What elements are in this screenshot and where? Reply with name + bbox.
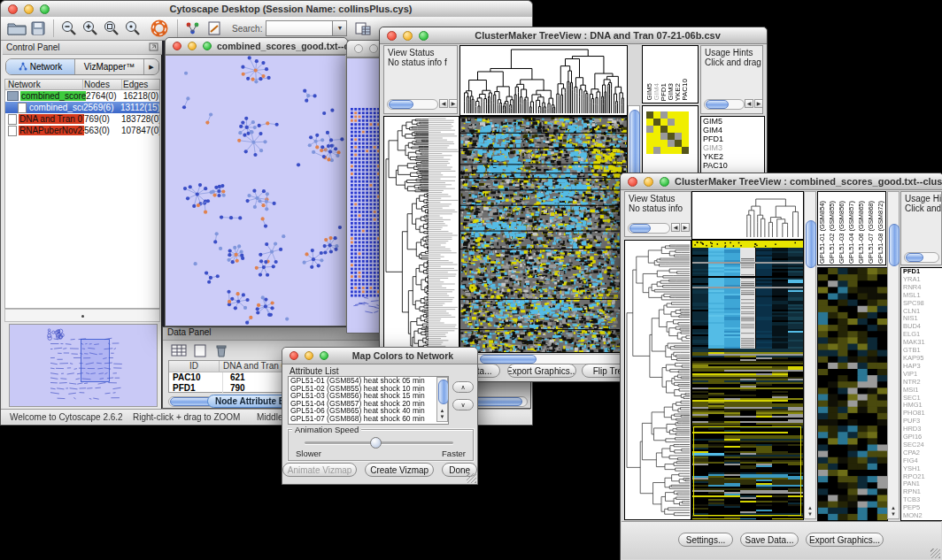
tv1-column-label[interactable]: PAC10 bbox=[682, 79, 689, 101]
tv2-usage-hscrollbar[interactable] bbox=[904, 252, 939, 263]
speed-slider-thumb[interactable] bbox=[370, 437, 382, 449]
tv1-mini-heatmap[interactable] bbox=[646, 111, 689, 154]
tv2-global-heatmap[interactable] bbox=[691, 240, 804, 520]
tv2-column-dendrogram[interactable] bbox=[691, 191, 804, 240]
tv1-row-dendrogram[interactable] bbox=[383, 116, 459, 364]
attribute-listbox[interactable]: GPL51-01 (GSM854) heat shock 05 minGPL51… bbox=[288, 376, 449, 425]
network-view-canvas[interactable] bbox=[166, 55, 345, 326]
mini-heatmap-cell[interactable] bbox=[682, 147, 689, 154]
attribute-item[interactable]: GPL51-03 (GSM856) heat shock 15 min bbox=[289, 392, 436, 400]
mini-heatmap-cell[interactable] bbox=[682, 126, 689, 133]
minimize-button[interactable] bbox=[24, 4, 34, 14]
scroll-thumb[interactable] bbox=[438, 380, 449, 404]
scroll-up-arrow[interactable]: ▲ bbox=[888, 505, 899, 511]
scroll-thumb[interactable] bbox=[906, 253, 923, 262]
import-table-icon[interactable] bbox=[352, 18, 374, 39]
mini-heatmap-cell[interactable] bbox=[646, 126, 653, 133]
create-vizmap-button[interactable]: Create Vizmap bbox=[365, 463, 434, 477]
tab-vizmapper[interactable]: VizMapper™ bbox=[75, 59, 144, 74]
mini-heatmap-cell[interactable] bbox=[668, 147, 675, 154]
close-button[interactable] bbox=[290, 351, 298, 360]
minimize-button[interactable] bbox=[188, 42, 197, 50]
minimize-button[interactable] bbox=[369, 44, 378, 53]
close-button[interactable] bbox=[173, 42, 181, 50]
float-window-icon[interactable] bbox=[149, 42, 158, 53]
mini-heatmap-cell[interactable] bbox=[660, 111, 668, 119]
treeview1-titlebar[interactable]: ClusterMaker TreeView : DNA and Tran 07-… bbox=[380, 27, 767, 44]
scroll-down-arrow[interactable]: ▼ bbox=[805, 511, 815, 518]
tv1-heatmap-canvas[interactable] bbox=[459, 116, 628, 353]
close-button[interactable] bbox=[387, 31, 397, 41]
network-annotation-icon[interactable] bbox=[182, 18, 204, 39]
mini-heatmap-cell[interactable] bbox=[668, 133, 675, 140]
mini-heatmap-cell[interactable] bbox=[675, 147, 682, 154]
zoom-button[interactable] bbox=[40, 4, 50, 14]
scroll-down-arrow[interactable]: ▼ bbox=[437, 414, 447, 420]
zoom-out-icon[interactable] bbox=[58, 18, 80, 39]
scroll-thumb[interactable] bbox=[629, 224, 651, 233]
mini-heatmap-cell[interactable] bbox=[653, 147, 660, 154]
notes-icon[interactable] bbox=[204, 18, 225, 39]
zoom-button[interactable] bbox=[203, 42, 212, 50]
mini-heatmap-cell[interactable] bbox=[660, 126, 668, 133]
attribute-item[interactable]: GPL51-02 (GSM855) heat shock 10 min bbox=[289, 385, 436, 393]
mini-heatmap-cell[interactable] bbox=[660, 119, 668, 126]
mini-heatmap-cell[interactable] bbox=[668, 119, 675, 126]
close-button[interactable] bbox=[8, 4, 18, 14]
search-input[interactable] bbox=[266, 20, 333, 36]
gene-label[interactable]: MON2 bbox=[901, 512, 942, 520]
gene-label[interactable]: PAC10 bbox=[701, 161, 764, 170]
mini-heatmap-cell[interactable] bbox=[646, 140, 653, 147]
attribute-item[interactable]: GPL51-06 (GSM865) heat shock 40 min bbox=[289, 407, 436, 415]
mini-heatmap-cell[interactable] bbox=[653, 111, 660, 119]
zoom-fit-icon[interactable] bbox=[122, 18, 143, 39]
mini-heatmap-cell[interactable] bbox=[675, 140, 682, 147]
mini-heatmap-cell[interactable] bbox=[668, 111, 675, 119]
help-lifering-icon[interactable] bbox=[149, 18, 170, 39]
minimize-button[interactable] bbox=[305, 351, 313, 360]
mini-heatmap-cell[interactable] bbox=[675, 126, 682, 133]
mini-heatmap-cell[interactable] bbox=[660, 133, 668, 140]
zoom-button[interactable] bbox=[320, 351, 328, 360]
splitter-handle[interactable] bbox=[81, 315, 84, 318]
new-attribute-icon[interactable] bbox=[191, 342, 209, 358]
zoom-in-icon[interactable] bbox=[80, 18, 101, 39]
overview-divider[interactable] bbox=[4, 309, 160, 322]
scroll-thumb[interactable] bbox=[389, 100, 413, 109]
scroll-down-arrow[interactable]: ▼ bbox=[888, 511, 899, 518]
minimize-button[interactable] bbox=[644, 177, 653, 187]
move-up-button[interactable]: ∧ bbox=[452, 381, 474, 393]
mini-heatmap-cell[interactable] bbox=[668, 140, 675, 147]
gene-label[interactable]: GIM3 bbox=[701, 143, 764, 152]
attribute-item[interactable]: GPL51-01 (GSM854) heat shock 05 min bbox=[289, 377, 436, 385]
mini-heatmap-cell[interactable] bbox=[682, 119, 689, 126]
scroll-left-button[interactable]: ◀ bbox=[671, 223, 680, 232]
mini-heatmap-cell[interactable] bbox=[675, 119, 682, 126]
mini-heatmap-cell[interactable] bbox=[646, 147, 653, 154]
mini-heatmap-cell[interactable] bbox=[653, 119, 660, 126]
tv2-status-hscrollbar[interactable] bbox=[628, 223, 670, 234]
scroll-thumb[interactable] bbox=[889, 224, 900, 266]
mini-heatmap-cell[interactable] bbox=[682, 140, 689, 147]
column-network[interactable]: Network bbox=[5, 80, 83, 89]
tv1-usage-hscrollbar[interactable] bbox=[704, 99, 745, 110]
save-session-icon[interactable] bbox=[27, 18, 49, 39]
mini-heatmap-cell[interactable] bbox=[646, 133, 653, 140]
mini-heatmap-cell[interactable] bbox=[646, 111, 653, 119]
network-overview-canvas[interactable] bbox=[9, 324, 158, 407]
mini-heatmap-cell[interactable] bbox=[660, 140, 668, 147]
attribute-item[interactable]: GPL51-07 (GSM868) heat shock 60 min bbox=[289, 415, 436, 423]
tv2-global-vscrollbar[interactable]: ▲ ▼ bbox=[804, 191, 816, 519]
tv2-settings-button[interactable]: Settings... bbox=[678, 533, 733, 547]
move-down-button[interactable]: ∨ bbox=[452, 399, 474, 410]
resize-grip[interactable] bbox=[930, 548, 940, 558]
attribute-table-icon[interactable] bbox=[170, 342, 188, 358]
tv2-column-label[interactable]: GPL51-08 (GSM872) bbox=[877, 201, 887, 264]
close-button[interactable] bbox=[628, 177, 637, 187]
scroll-up-arrow[interactable]: ▲ bbox=[805, 505, 815, 511]
gene-label[interactable]: PFD1 bbox=[701, 134, 764, 143]
scroll-left-button[interactable]: ◀ bbox=[439, 99, 448, 108]
close-button[interactable] bbox=[354, 44, 363, 53]
scroll-up-arrow[interactable]: ▲ bbox=[437, 408, 447, 414]
tv2-zoom-vscrollbar[interactable]: ▲ ▼ bbox=[887, 191, 900, 519]
